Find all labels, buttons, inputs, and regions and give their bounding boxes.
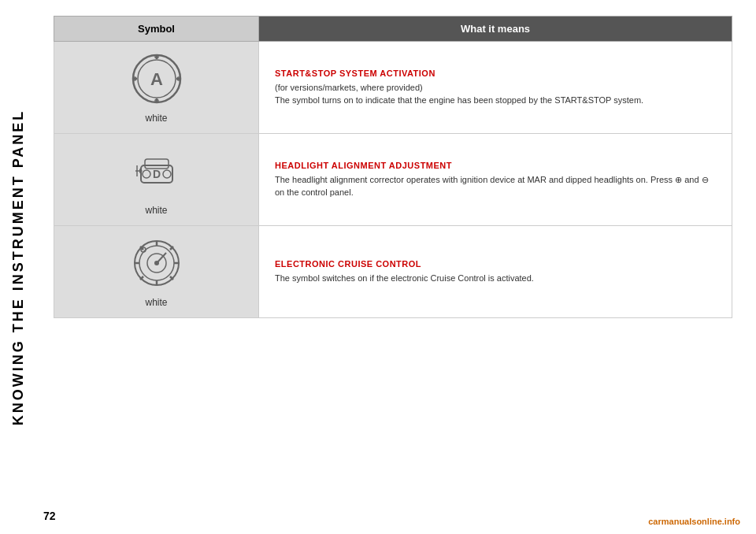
svg-text:D: D — [152, 168, 160, 180]
meaning-text-3: The symbol switches on if the electronic… — [275, 272, 716, 285]
watermark: carmanualsonline.info — [648, 517, 740, 526]
symbol-icon-1: A — [61, 51, 252, 124]
meaning-title-2: HEADLIGHT ALIGNMENT ADJUSTMENT — [275, 161, 716, 170]
symbol-cell-2: D white — [54, 134, 259, 226]
table-row: A — [54, 42, 732, 134]
svg-line-29 — [170, 276, 173, 280]
meaning-cell-3: ELECTRONIC CRUISE CONTROL The symbol swi… — [259, 226, 732, 318]
svg-point-13 — [143, 170, 150, 178]
sidebar-label: KNOWING THE INSTRUMENT PANEL — [11, 109, 28, 425]
svg-line-31 — [140, 276, 143, 280]
headlight-icon: D — [129, 143, 184, 198]
symbol-icon-2: D white — [61, 143, 252, 216]
meaning-cell-1: START&STOP SYSTEM ACTIVATION (for versio… — [259, 42, 732, 134]
meaning-cell-2: HEADLIGHT ALIGNMENT ADJUSTMENT The headl… — [259, 134, 732, 226]
symbol-icon-3: white — [61, 235, 252, 308]
symbol-label-3: white — [145, 297, 167, 308]
svg-line-30 — [170, 247, 173, 250]
main-content: Symbol What it means A — [38, 0, 756, 534]
meaning-title-3: ELECTRONIC CRUISE CONTROL — [275, 259, 716, 269]
symbol-label-1: white — [145, 113, 167, 124]
page-number: 72 — [43, 510, 56, 522]
instrument-table: Symbol What it means A — [54, 16, 732, 318]
meaning-text-2: The headlight alignment corrector operat… — [275, 173, 716, 199]
svg-text:A: A — [150, 69, 163, 89]
table-row: D white HEADLIGHT ALIGNMENT ADJUSTME — [54, 134, 732, 226]
svg-point-14 — [163, 170, 171, 178]
symbol-cell-1: A — [54, 42, 259, 134]
start-stop-icon: A — [129, 51, 184, 106]
symbol-label-2: white — [145, 205, 167, 216]
symbol-cell-3: white — [54, 226, 259, 318]
meaning-header: What it means — [259, 17, 732, 42]
meaning-text-1: (for versions/markets, where provided) T… — [275, 81, 716, 107]
symbol-header: Symbol — [54, 17, 259, 42]
sidebar: KNOWING THE INSTRUMENT PANEL — [0, 0, 38, 534]
meaning-title-1: START&STOP SYSTEM ACTIVATION — [275, 69, 716, 78]
cruise-control-icon — [129, 235, 184, 291]
table-row: white ELECTRONIC CRUISE CONTROL The symb… — [54, 226, 732, 318]
